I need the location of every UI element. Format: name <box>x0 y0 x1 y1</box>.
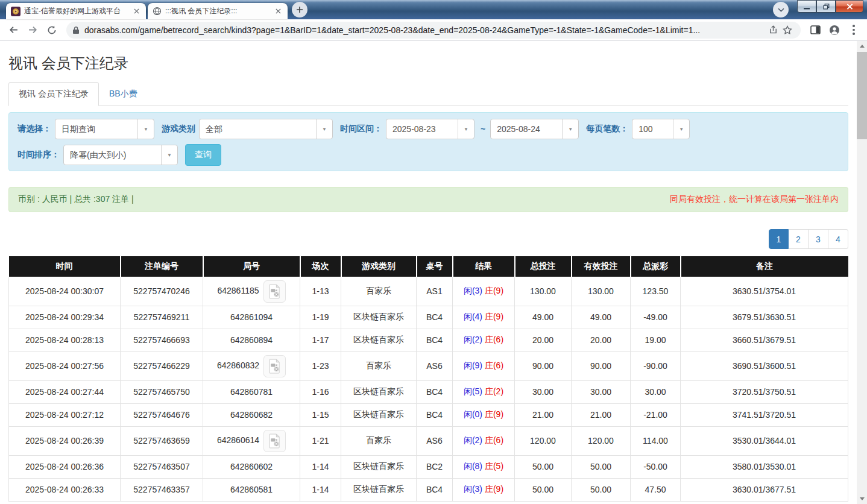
url-text[interactable]: dorasabs.com/game/betrecord_search/kind3… <box>84 25 766 35</box>
cell-total-bet: 49.00 <box>515 306 572 329</box>
page-size-value: 100 <box>632 119 673 139</box>
browser-titlebar: 通宝-信誉最好的网上游戏平台 :::视讯 会员下注纪录::: <box>0 0 867 19</box>
back-button[interactable] <box>5 22 22 39</box>
close-window-button[interactable] <box>836 0 863 13</box>
column-header: 游戏类别 <box>341 256 417 277</box>
side-panel-button[interactable] <box>807 22 824 39</box>
scrollbar-thumb[interactable] <box>857 52 867 139</box>
side-panel-icon <box>810 25 821 34</box>
reload-button[interactable] <box>43 22 60 39</box>
cell-result: 闲(3) 庄(9) <box>453 277 515 306</box>
new-tab-button[interactable] <box>292 2 307 17</box>
result-banker: 庄(9) <box>485 286 503 295</box>
table-row: 2025-08-24 00:27:56522757466229642860832… <box>9 351 848 380</box>
cell-table-no: BC2 <box>417 455 453 478</box>
cell-session: 1-19 <box>300 306 341 329</box>
cell-bet-id: 522757463507 <box>121 455 203 478</box>
profile-button[interactable] <box>826 22 843 39</box>
cell-valid-bet: 130.00 <box>572 277 631 306</box>
page-scrollbar[interactable] <box>857 41 867 504</box>
cell-game-type: 区块链百家乐 <box>341 403 417 426</box>
cell-bet-id: 522757466229 <box>121 351 203 380</box>
cell-round-id: 642860781 <box>203 380 300 403</box>
browser-tab-1[interactable]: 通宝-信誉最好的网上游戏平台 <box>6 3 146 19</box>
summary-currency-total: 币别 : 人民币 | 总共 :307 注单 | <box>18 194 134 205</box>
search-button[interactable]: 查询 <box>185 144 221 166</box>
column-header: 时间 <box>9 256 121 277</box>
cell-payout: 19.00 <box>631 329 681 351</box>
filter-panel: 请选择： 日期查询 ▼ 游戏类别 全部 ▼ 时间区间： 2025-08-23 ▼… <box>8 112 848 171</box>
page-size-select[interactable]: 100 ▼ <box>632 119 690 139</box>
table-row: 2025-08-24 00:28:13522757466693642860894… <box>9 329 848 351</box>
cell-bet-id: 522757465750 <box>121 380 203 403</box>
restore-icon <box>823 1 830 12</box>
cell-game-type: 百家乐 <box>341 277 417 306</box>
cell-game-type: 百家乐 <box>341 351 417 380</box>
cell-valid-bet: 50.00 <box>572 455 631 478</box>
date-start-select[interactable]: 2025-08-23 ▼ <box>386 119 474 139</box>
sort-select[interactable]: 降幂(由大到小) ▼ <box>63 145 178 165</box>
cell-table-no: BC4 <box>417 329 453 351</box>
close-icon[interactable] <box>131 7 141 16</box>
cell-round-id: 642860894 <box>203 329 300 351</box>
caret-down-icon: ▼ <box>137 119 154 139</box>
page-button[interactable]: 2 <box>789 229 809 249</box>
close-icon[interactable] <box>273 7 283 16</box>
cell-table-no: AS6 <box>417 351 453 380</box>
menu-button[interactable] <box>845 22 862 39</box>
cell-total-bet: 120.00 <box>515 426 572 455</box>
round-id-text: 642860682 <box>230 410 273 420</box>
result-player: 闲(5) <box>464 386 482 396</box>
cell-session: 1-16 <box>300 380 341 403</box>
cell-table-no: BC4 <box>417 478 453 501</box>
date-end-select[interactable]: 2025-08-24 ▼ <box>490 119 579 139</box>
sort-value: 降幂(由大到小) <box>64 145 161 165</box>
forward-button[interactable] <box>24 22 41 39</box>
video-replay-icon[interactable] <box>263 280 286 303</box>
bookmark-button[interactable] <box>780 23 795 37</box>
minimize-button[interactable] <box>797 0 816 13</box>
cell-round-id: 642860682 <box>203 403 300 426</box>
cell-table-no: BC4 <box>417 380 453 403</box>
cell-time: 2025-08-24 00:27:12 <box>9 403 121 426</box>
column-header: 总派彩 <box>631 256 681 277</box>
page-button[interactable]: 4 <box>828 229 848 249</box>
column-header: 场次 <box>300 256 341 277</box>
cell-result: 闲(3) 庄(9) <box>453 478 515 501</box>
cell-valid-bet: 30.00 <box>572 380 631 403</box>
page-title: 视讯 会员下注纪录 <box>8 54 848 73</box>
video-replay-icon[interactable] <box>263 355 286 377</box>
cell-time: 2025-08-24 00:26:39 <box>9 426 121 455</box>
result-banker: 庄(9) <box>485 409 503 419</box>
scroll-down-icon[interactable] <box>857 494 867 504</box>
tab-search-button[interactable] <box>773 2 789 17</box>
cell-round-id: 642861185 <box>203 277 300 306</box>
result-banker: 庄(6) <box>485 361 503 370</box>
round-id-text: 642860781 <box>230 387 273 397</box>
cell-total-bet: 21.00 <box>515 403 572 426</box>
game-type-select[interactable]: 全部 ▼ <box>199 119 333 139</box>
table-header-row: 时间注单编号局号场次游戏类别桌号结果总投注有效投注总派彩备注 <box>9 256 848 277</box>
page-button[interactable]: 3 <box>809 229 828 249</box>
site-favicon <box>11 7 20 16</box>
cell-payout: 47.50 <box>631 478 681 501</box>
summary-bar: 币别 : 人民币 | 总共 :307 注单 | 同局有效投注，统一计算在该局第一… <box>8 187 848 212</box>
browser-tab-2[interactable]: :::视讯 会员下注纪录::: <box>148 3 288 19</box>
address-bar[interactable]: dorasabs.com/game/betrecord_search/kind3… <box>66 22 801 39</box>
cell-total-bet: 30.00 <box>515 380 572 403</box>
cell-table-no: AS6 <box>417 426 453 455</box>
page-size-label: 每页笔数： <box>586 124 628 134</box>
result-banker: 庄(9) <box>485 312 503 321</box>
tab-bb-tips[interactable]: BB小费 <box>99 82 148 106</box>
query-type-select[interactable]: 日期查询 ▼ <box>55 119 154 139</box>
share-button[interactable] <box>766 23 780 37</box>
back-arrow-icon <box>8 25 19 35</box>
video-replay-icon[interactable] <box>263 430 286 452</box>
scroll-up-icon[interactable] <box>857 41 867 51</box>
cell-note: 3530.01/3644.01 <box>681 426 848 455</box>
tab-bet-records[interactable]: 视讯 会员下注纪录 <box>8 82 99 106</box>
round-id-text: 642861185 <box>217 286 259 295</box>
result-player: 闲(2) <box>464 335 482 344</box>
page-button[interactable]: 1 <box>769 229 789 249</box>
restore-button[interactable] <box>816 0 836 13</box>
